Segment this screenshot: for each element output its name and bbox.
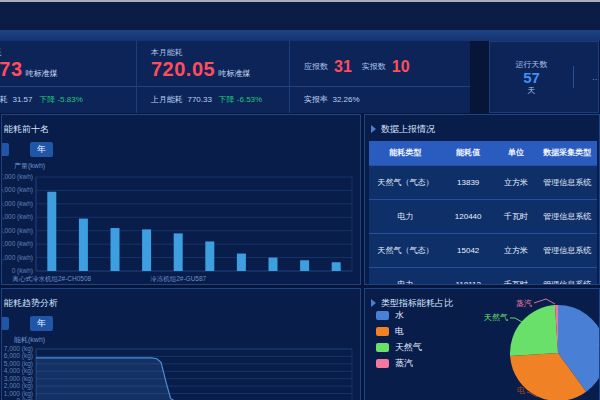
table-cell: 118112 — [442, 267, 494, 285]
panel-energy-rank: 能耗前十名 年 产量(kwh) 0 (kwh)1,000 (kwh)2,000 … — [1, 114, 361, 285]
table-cell: 天然气（气态） — [369, 165, 442, 199]
stat-card-report: 应报数 31 实报数 10 实报率 32.26% — [290, 41, 470, 113]
table-header-row: 能耗类型能耗值单位数据采集类型 — [369, 141, 597, 165]
bar — [47, 192, 56, 271]
due-label: 应报数 — [304, 61, 328, 72]
svg-text:5,000 (kwh): 5,000 (kwh) — [2, 200, 33, 208]
stat-prev: 昨日能耗 31.57 下降 -5.83% — [0, 94, 83, 105]
table-cell: 立方米 — [494, 233, 537, 267]
svg-text:2,000 (kwh): 2,000 (kwh) — [2, 240, 33, 248]
header-sub-strip — [0, 30, 600, 41]
table-header-cell: 数据采集类型 — [538, 141, 597, 165]
y-axis-label: 能耗(kwh) — [14, 335, 360, 345]
table-cell: 120440 — [442, 199, 494, 233]
table-header-cell: 单位 — [494, 141, 537, 165]
y-axis-label: 产量(kwh) — [14, 161, 360, 171]
table-cell: 管理信息系统 — [538, 199, 597, 233]
svg-text:0 (kwh): 0 (kwh) — [12, 267, 33, 275]
stat-value: 29.73 — [0, 58, 23, 80]
table-cell: 15042 — [442, 233, 494, 267]
table-row[interactable]: 天然气（气态）15042立方米管理信息系统 — [369, 233, 597, 267]
table-cell: 管理信息系统 — [538, 267, 597, 285]
svg-text:蒸汽: 蒸汽 — [516, 299, 532, 308]
stat-card-today: 本日能耗 29.73吨标准煤 昨日能耗 31.57 下降 -5.83% — [0, 41, 137, 113]
report-table: 能耗类型能耗值单位数据采集类型 天然气（气态）13839立方米管理信息系统电力1… — [369, 141, 597, 285]
table-cell: 天然气（气态） — [369, 233, 442, 267]
svg-text:冷冻机组2#-GU587: 冷冻机组2#-GU587 — [150, 275, 206, 282]
svg-text:2,000 (kg): 2,000 (kg) — [4, 382, 33, 390]
table-cell: 电力 — [369, 267, 442, 285]
table-cell: 管理信息系统 — [538, 165, 597, 199]
svg-text:7,000 (kwh): 7,000 (kwh) — [2, 173, 33, 181]
svg-text:6,000 (kg): 6,000 (kg) — [4, 352, 33, 360]
bar-chart: 0 (kwh)1,000 (kwh)2,000 (kwh)3,000 (kwh)… — [2, 171, 360, 285]
svg-text:1,000 (kg): 1,000 (kg) — [4, 390, 33, 398]
clipped-tab[interactable] — [2, 143, 9, 156]
stat-card-running-days: 运行天数 57 天 … — [489, 41, 599, 113]
bar — [237, 254, 246, 271]
panel-data-report: 数据上报情况 能耗类型能耗值单位数据采集类型 天然气（气态）13839立方米管理… — [364, 114, 600, 285]
panel-title: 能耗趋势分析 — [4, 297, 58, 310]
rate-label: 实报率 — [304, 94, 328, 105]
running-value: 57 — [490, 70, 573, 85]
clipped-stat: … — [574, 73, 598, 82]
table-cell: 13839 — [442, 165, 494, 199]
bar — [174, 233, 183, 271]
stat-label: 本日能耗 — [0, 47, 136, 58]
table-header-cell: 能耗值 — [442, 141, 494, 165]
stat-unit: 吨标准煤 — [26, 69, 58, 78]
bar — [111, 228, 120, 271]
svg-text:3,000 (kg): 3,000 (kg) — [4, 375, 33, 383]
stat-unit: 吨标准煤 — [218, 69, 250, 78]
stat-card-month: 本月能耗 720.05吨标准煤 上月能耗 770.33 下降 -6.53% — [137, 41, 290, 113]
table-row[interactable]: 天然气（气态）13839立方米管理信息系统 — [369, 165, 597, 199]
tab-year[interactable]: 年 — [30, 316, 53, 331]
table-cell: 千瓦时 — [494, 267, 537, 285]
tab-year[interactable]: 年 — [30, 142, 53, 157]
stats-row: 本日能耗 29.73吨标准煤 昨日能耗 31.57 下降 -5.83% 本月能耗… — [0, 41, 600, 113]
rate-value: 32.26% — [332, 95, 359, 104]
header-bar — [0, 0, 600, 30]
bar — [269, 258, 278, 271]
svg-text:1,000 (kwh): 1,000 (kwh) — [2, 254, 33, 262]
table-cell: 立方米 — [494, 165, 537, 199]
stat-value: 720.05 — [151, 58, 215, 80]
clipped-tab[interactable] — [2, 317, 9, 330]
pie-chart: 水电天然气蒸汽 — [365, 289, 599, 400]
panel-marker-icon — [371, 125, 376, 133]
table-cell: 管理信息系统 — [538, 233, 597, 267]
bar — [142, 229, 151, 271]
svg-text:电: 电 — [517, 386, 525, 395]
table-row[interactable]: 电力118112千瓦时管理信息系统 — [369, 267, 597, 285]
running-unit: 天 — [490, 85, 573, 96]
table-header-cell: 能耗类型 — [369, 141, 442, 165]
bar — [300, 260, 309, 271]
stats-gap — [470, 41, 489, 113]
svg-text:3,000 (kwh): 3,000 (kwh) — [2, 227, 33, 235]
bar — [79, 219, 88, 271]
stat-label: 本月能耗 — [151, 47, 289, 58]
svg-text:4,000 (kwh): 4,000 (kwh) — [2, 213, 33, 221]
bar — [332, 262, 341, 271]
actual-label: 实报数 — [362, 61, 386, 72]
area-chart: 0 (kg)1,000 (kg)2,000 (kg)3,000 (kg)4,00… — [2, 345, 360, 400]
table-cell: 电力 — [369, 199, 442, 233]
svg-text:离心式冷水机组2#-CH0508: 离心式冷水机组2#-CH0508 — [11, 275, 91, 282]
due-value: 31 — [334, 58, 352, 76]
pie-slice-天然气[interactable] — [510, 305, 558, 356]
panel-energy-trend: 能耗趋势分析 年 能耗(kwh) 0 (kg)1,000 (kg)2,000 (… — [1, 288, 361, 400]
panel-title: 能耗前十名 — [4, 123, 49, 136]
svg-text:6,000 (kwh): 6,000 (kwh) — [2, 186, 33, 194]
table-cell: 千瓦时 — [494, 199, 537, 233]
bar — [205, 241, 214, 271]
panel-type-ratio: 类型指标能耗占比 水电天然气蒸汽 水电天然气蒸汽 — [364, 288, 600, 400]
svg-text:7,000 (kg): 7,000 (kg) — [4, 345, 33, 353]
table-row[interactable]: 电力120440千瓦时管理信息系统 — [369, 199, 597, 233]
running-label: 运行天数 — [490, 59, 573, 70]
svg-text:天然气: 天然气 — [484, 313, 508, 322]
stat-prev: 上月能耗 770.33 下降 -6.53% — [151, 94, 262, 105]
actual-value: 10 — [392, 58, 410, 76]
svg-text:5,000 (kg): 5,000 (kg) — [4, 360, 33, 368]
panel-title: 数据上报情况 — [381, 123, 435, 136]
svg-text:4,000 (kg): 4,000 (kg) — [4, 367, 33, 375]
